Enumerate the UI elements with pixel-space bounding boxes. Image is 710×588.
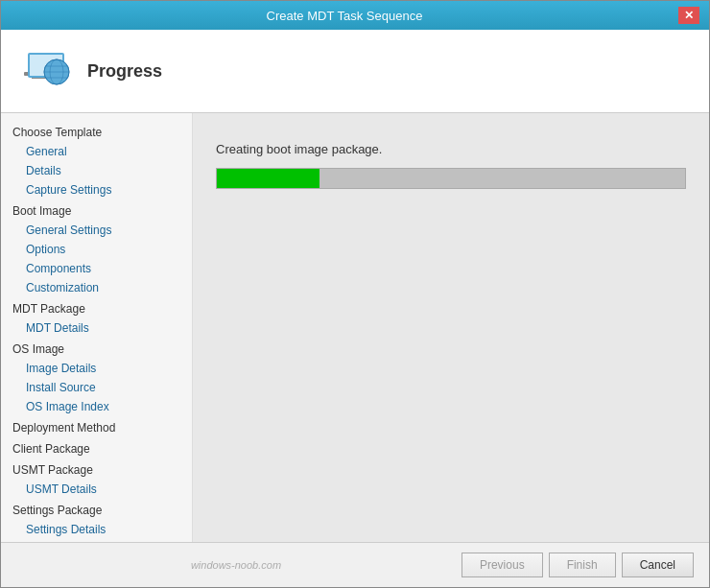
- sidebar-item-settings-details[interactable]: Settings Details: [1, 520, 192, 539]
- sidebar-item-os-image: OS Image: [1, 338, 192, 359]
- window: Create MDT Task Sequence ✕ Progress C: [0, 0, 710, 588]
- sidebar-item-os-image-index[interactable]: OS Image Index: [1, 397, 192, 416]
- sidebar-item-options[interactable]: Options: [1, 240, 192, 259]
- progress-icon: [20, 45, 72, 97]
- sidebar-item-capture-settings[interactable]: Capture Settings: [1, 180, 192, 200]
- sidebar-item-components[interactable]: Components: [1, 259, 192, 278]
- finish-button[interactable]: Finish: [549, 553, 616, 577]
- footer: windows-noob.com Previous Finish Cancel: [1, 542, 709, 587]
- sidebar-item-usmt-package: USMT Package: [1, 459, 192, 480]
- sidebar-item-install-source[interactable]: Install Source: [1, 378, 192, 397]
- sidebar-item-customization[interactable]: Customization: [1, 278, 192, 297]
- sidebar-item-mdt-package: MDT Package: [1, 297, 192, 318]
- progress-label: Creating boot image package.: [216, 142, 686, 156]
- window-title: Create MDT Task Sequence: [11, 9, 678, 23]
- sidebar-item-choose-template: Choose Template: [1, 121, 192, 142]
- progress-bar-fill: [217, 169, 320, 188]
- title-bar: Create MDT Task Sequence ✕: [1, 1, 709, 30]
- sidebar-item-general-settings[interactable]: General Settings: [1, 221, 192, 240]
- content-area: Choose TemplateGeneralDetailsCapture Set…: [1, 113, 709, 542]
- sidebar-item-usmt-details[interactable]: USMT Details: [1, 480, 192, 499]
- progress-bar-container: [216, 168, 686, 189]
- main-content: Creating boot image package.: [193, 113, 709, 542]
- sidebar-item-deployment-method: Deployment Method: [1, 416, 192, 437]
- previous-button[interactable]: Previous: [462, 553, 543, 577]
- watermark: windows-noob.com: [16, 559, 456, 571]
- sidebar: Choose TemplateGeneralDetailsCapture Set…: [1, 113, 193, 542]
- sidebar-item-general[interactable]: General: [1, 142, 192, 161]
- sidebar-item-settings-package: Settings Package: [1, 499, 192, 520]
- sidebar-item-mdt-details[interactable]: MDT Details: [1, 318, 192, 338]
- header-area: Progress: [1, 30, 709, 113]
- header-title: Progress: [87, 61, 162, 82]
- cancel-button[interactable]: Cancel: [622, 553, 694, 577]
- sidebar-item-details[interactable]: Details: [1, 161, 192, 180]
- sidebar-item-boot-image: Boot Image: [1, 200, 192, 221]
- sidebar-item-client-package: Client Package: [1, 437, 192, 459]
- sidebar-item-image-details[interactable]: Image Details: [1, 359, 192, 378]
- close-button[interactable]: ✕: [678, 7, 699, 24]
